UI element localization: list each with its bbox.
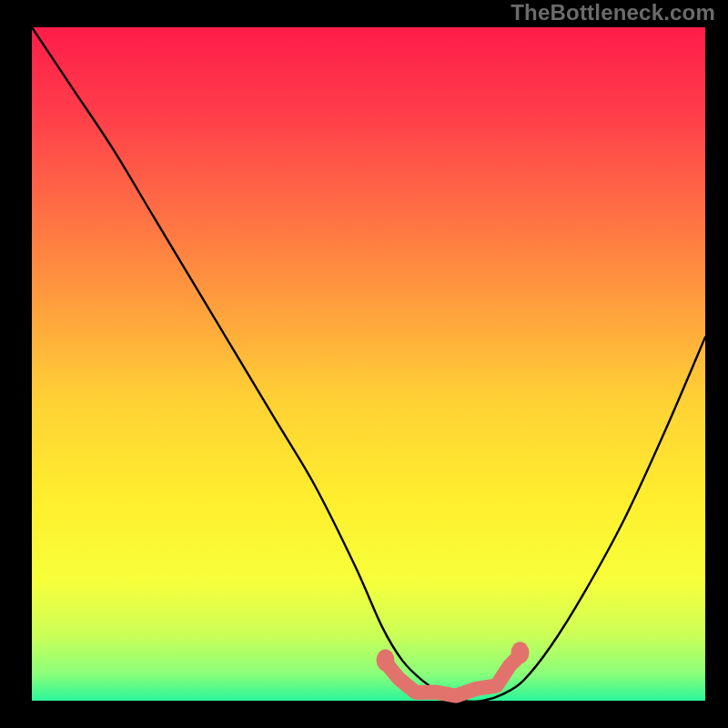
cluster-end-1: [511, 642, 530, 663]
chart-frame: TheBottleneck.com: [0, 0, 728, 728]
cluster-end-0: [377, 650, 395, 672]
plot-background: [32, 27, 705, 701]
chart-svg: [0, 0, 728, 728]
